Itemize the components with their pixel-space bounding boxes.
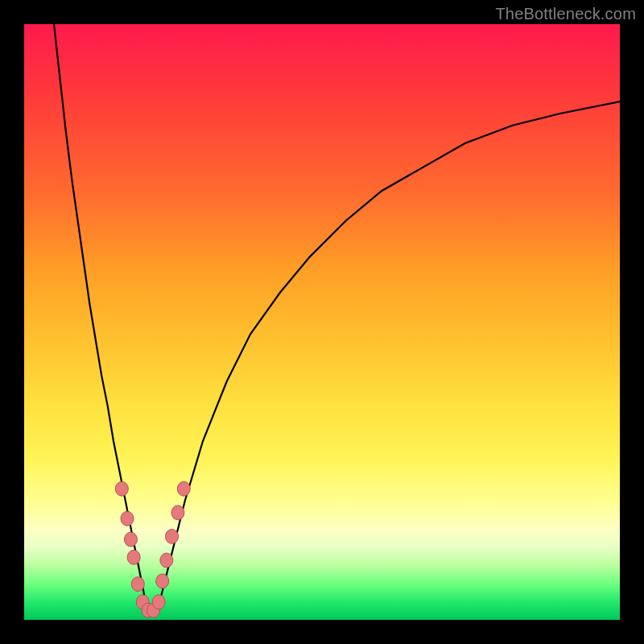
data-marker bbox=[160, 553, 173, 568]
chart-overlay bbox=[24, 24, 620, 620]
data-marker bbox=[171, 506, 184, 520]
data-marker bbox=[124, 532, 137, 547]
data-marker bbox=[115, 481, 128, 496]
data-marker bbox=[131, 577, 144, 592]
data-marker bbox=[127, 550, 140, 564]
data-marker bbox=[166, 529, 179, 543]
data-marker bbox=[152, 595, 165, 609]
curve-right-branch bbox=[155, 101, 620, 608]
data-marker bbox=[156, 574, 169, 588]
data-marker bbox=[177, 481, 190, 496]
data-marker bbox=[121, 511, 134, 526]
marker-layer bbox=[115, 481, 190, 617]
plot-area bbox=[24, 24, 620, 620]
chart-stage: TheBottleneck.com bbox=[0, 0, 644, 644]
watermark-text: TheBottleneck.com bbox=[495, 5, 636, 23]
